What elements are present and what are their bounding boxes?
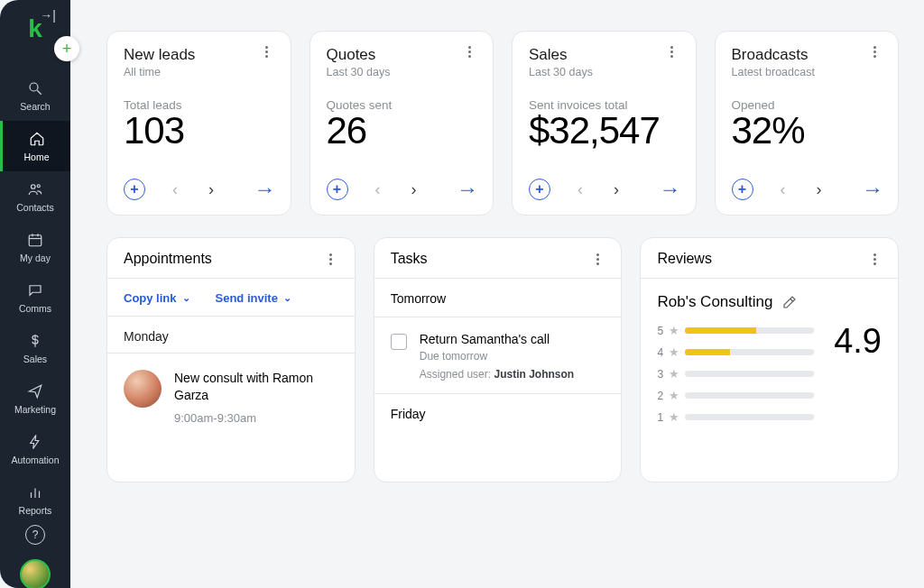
nav-reports[interactable]: Reports: [0, 474, 70, 525]
bar-track: [685, 371, 814, 377]
stat-title: Sales: [529, 46, 593, 64]
nav-myday[interactable]: My day: [0, 222, 70, 272]
task-assignee: Assigned user: Justin Johnson: [420, 368, 574, 381]
nav-label: Sales: [23, 354, 47, 364]
stat-title: Broadcasts: [732, 46, 815, 64]
more-menu[interactable]: [865, 253, 883, 265]
edit-icon[interactable]: [781, 294, 798, 310]
sales-icon: [26, 332, 44, 350]
nav-label: Reports: [19, 505, 52, 516]
add-action[interactable]: +: [124, 179, 145, 200]
nav-label: Automation: [11, 455, 59, 465]
stat-subtitle: Last 30 days: [327, 66, 391, 78]
nav-label: My day: [20, 253, 51, 263]
metric-value: $32,547: [529, 112, 681, 150]
bar-label: 4: [657, 346, 663, 359]
star-icon: ★: [669, 389, 679, 402]
chevron-down-icon: ⌄: [182, 292, 190, 304]
prev-arrow[interactable]: ‹: [372, 180, 384, 199]
prev-arrow[interactable]: ‹: [574, 180, 587, 199]
more-menu[interactable]: [663, 46, 681, 58]
help-icon[interactable]: ?: [25, 525, 45, 545]
next-arrow[interactable]: ›: [813, 180, 826, 199]
bolt-icon: [26, 433, 44, 451]
svg-point-2: [32, 185, 36, 189]
svg-point-3: [37, 185, 40, 188]
nav-search[interactable]: Search: [0, 70, 70, 121]
contacts-icon: [26, 180, 44, 198]
next-arrow[interactable]: ›: [408, 180, 420, 199]
task-title: Return Samantha's call: [420, 332, 574, 346]
metric-value: 26: [327, 112, 479, 150]
svg-line-1: [37, 90, 42, 95]
bar-track: [685, 349, 814, 355]
bar-track: [685, 392, 814, 399]
main: New leads All time Total leads 103 + ‹ ›…: [70, 0, 924, 588]
stat-card-3: Broadcasts Latest broadcast Opened 32% +…: [715, 31, 900, 216]
bar-label: 2: [657, 390, 663, 402]
task-due: Due tomorrow: [420, 350, 574, 363]
nav-contacts[interactable]: Contacts: [0, 171, 70, 222]
next-arrow[interactable]: ›: [610, 180, 623, 199]
send-icon: [26, 382, 44, 400]
bar-label: 3: [657, 368, 663, 381]
prev-arrow[interactable]: ‹: [169, 180, 181, 199]
stat-card-0: New leads All time Total leads 103 + ‹ ›…: [106, 31, 291, 216]
card-title: Appointments: [124, 251, 212, 267]
home-icon: [28, 130, 46, 148]
stat-title: New leads: [124, 46, 195, 64]
bar-label: 5: [657, 325, 663, 337]
send-invite-button[interactable]: Send invite⌄: [216, 291, 291, 305]
appointment-time: 9:00am-9:30am: [174, 411, 338, 425]
add-action[interactable]: +: [327, 179, 348, 200]
more-menu[interactable]: [322, 253, 340, 265]
appointment-title: New consult with Ramon Garza: [174, 370, 338, 404]
stat-title: Quotes: [327, 46, 391, 64]
nav-label: Search: [20, 101, 50, 112]
more-menu[interactable]: [865, 46, 883, 58]
go-arrow[interactable]: →: [254, 177, 276, 202]
collapse-icon[interactable]: →|: [40, 8, 56, 23]
add-action[interactable]: +: [529, 179, 550, 200]
more-menu[interactable]: [258, 46, 276, 58]
task-item[interactable]: Return Samantha's call Due tomorrow Assi…: [374, 317, 622, 394]
task-checkbox[interactable]: [391, 334, 407, 350]
chevron-down-icon: ⌄: [283, 292, 291, 304]
contact-avatar: [124, 370, 162, 408]
add-button[interactable]: +: [54, 36, 79, 61]
prev-arrow[interactable]: ‹: [777, 180, 790, 199]
nav-label: Home: [23, 152, 49, 162]
bar-track: [685, 414, 814, 420]
go-arrow[interactable]: →: [457, 177, 478, 202]
tasks-card: Tasks Tomorrow Return Samantha's call Du…: [374, 237, 623, 482]
day-heading: Tomorrow: [374, 279, 622, 317]
send-invite-label: Send invite: [216, 291, 278, 305]
star-icon: ★: [669, 410, 679, 424]
nav-comms[interactable]: Comms: [0, 272, 70, 323]
metric-value: 32%: [732, 112, 884, 150]
next-arrow[interactable]: ›: [205, 180, 217, 199]
bar-label: 1: [657, 411, 663, 424]
go-arrow[interactable]: →: [660, 177, 681, 202]
go-arrow[interactable]: →: [862, 177, 883, 202]
stat-subtitle: Latest broadcast: [732, 66, 815, 78]
user-avatar[interactable]: [20, 559, 51, 588]
nav-sales[interactable]: Sales: [0, 323, 70, 373]
add-action[interactable]: +: [732, 179, 753, 200]
stat-subtitle: All time: [124, 66, 195, 78]
calendar-icon: [26, 231, 44, 249]
copy-link-button[interactable]: Copy link⌄: [124, 291, 190, 305]
stat-subtitle: Last 30 days: [529, 66, 593, 78]
metric-value: 103: [124, 112, 276, 150]
nav-home[interactable]: Home: [0, 121, 70, 171]
nav-label: Contacts: [16, 202, 53, 213]
business-name: Rob's Consulting: [657, 293, 772, 311]
review-bar-row: 4 ★: [657, 345, 814, 359]
nav-marketing[interactable]: Marketing: [0, 373, 70, 424]
more-menu[interactable]: [588, 253, 606, 265]
nav-automation[interactable]: Automation: [0, 424, 70, 474]
appointment-item[interactable]: New consult with Ramon Garza 9:00am-9:30…: [107, 354, 355, 425]
more-menu[interactable]: [460, 46, 478, 58]
review-bar-row: 3 ★: [657, 367, 814, 381]
svg-point-0: [30, 83, 38, 91]
